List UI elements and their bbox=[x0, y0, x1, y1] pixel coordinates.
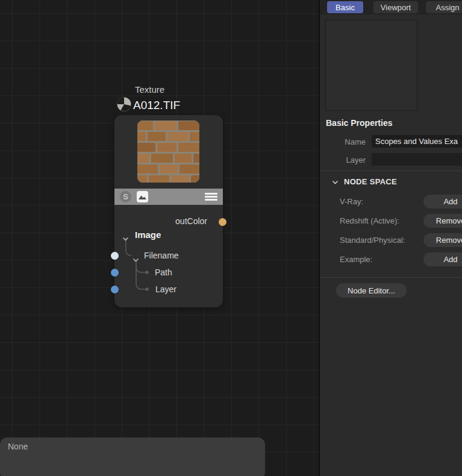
outcolor-label: outColor bbox=[175, 216, 207, 226]
texture-ball-icon bbox=[116, 96, 132, 114]
redshift-label: Redshift (Active): bbox=[340, 216, 399, 225]
layer-label: Layer bbox=[155, 284, 176, 294]
path-port[interactable] bbox=[111, 269, 119, 277]
node-title-row: A012.TIF bbox=[116, 96, 180, 114]
filename-label: Filename bbox=[144, 251, 179, 260]
separator bbox=[320, 171, 462, 171]
layer-field-label: Layer bbox=[320, 155, 366, 164]
standard-physical-remove-button[interactable]: Remove bbox=[423, 233, 462, 247]
tab-basic[interactable]: Basic bbox=[327, 1, 363, 13]
node-header-bar[interactable]: S bbox=[114, 189, 223, 205]
texture-node[interactable]: S outColor Image Filenam bbox=[114, 115, 223, 307]
standard-physical-label: Standard/Physical: bbox=[340, 236, 405, 245]
separator bbox=[320, 277, 462, 278]
layer-input[interactable] bbox=[372, 153, 462, 166]
name-input[interactable] bbox=[372, 135, 462, 148]
layer-port[interactable] bbox=[111, 286, 119, 293]
texture-thumbnail[interactable] bbox=[137, 121, 199, 183]
redshift-remove-button[interactable]: Remove bbox=[423, 214, 462, 228]
node-editor-button[interactable]: Node Editor... bbox=[336, 283, 407, 298]
chevron-down-icon[interactable] bbox=[122, 233, 129, 243]
example-label: Example: bbox=[340, 255, 372, 264]
vray-label: V-Ray: bbox=[340, 197, 363, 206]
outcolor-port[interactable] bbox=[219, 218, 226, 226]
node-name[interactable]: A012.TIF bbox=[133, 99, 180, 112]
section-title: Basic Properties bbox=[326, 118, 393, 128]
image-group-label: Image bbox=[135, 230, 161, 240]
node-type-label: Texture bbox=[135, 84, 164, 95]
node-editor-canvas[interactable]: Texture A012.TIF bbox=[0, 0, 319, 476]
name-field-label: Name bbox=[320, 137, 366, 146]
chevron-down-icon[interactable] bbox=[133, 254, 139, 265]
image-icon bbox=[137, 191, 148, 202]
path-label: Path bbox=[155, 268, 172, 277]
info-bar: None bbox=[0, 437, 265, 476]
vray-add-button[interactable]: Add bbox=[423, 195, 462, 208]
example-add-button[interactable]: Add bbox=[423, 252, 462, 266]
info-bar-text: None bbox=[8, 442, 28, 451]
node-space-header[interactable]: NODE SPACE bbox=[332, 176, 397, 187]
hamburger-menu-icon[interactable] bbox=[205, 193, 217, 201]
filename-port[interactable] bbox=[111, 252, 119, 260]
tab-assign[interactable]: Assign bbox=[426, 1, 462, 13]
brick-texture-image bbox=[137, 121, 199, 183]
chevron-down-icon[interactable] bbox=[332, 176, 339, 187]
s-badge-icon: S bbox=[120, 191, 131, 202]
node-space-title: NODE SPACE bbox=[344, 177, 397, 186]
tab-viewport[interactable]: Viewport bbox=[373, 1, 418, 13]
properties-panel: Basic Viewport Assign Basic Properties N… bbox=[320, 0, 462, 476]
material-preview bbox=[325, 20, 417, 111]
